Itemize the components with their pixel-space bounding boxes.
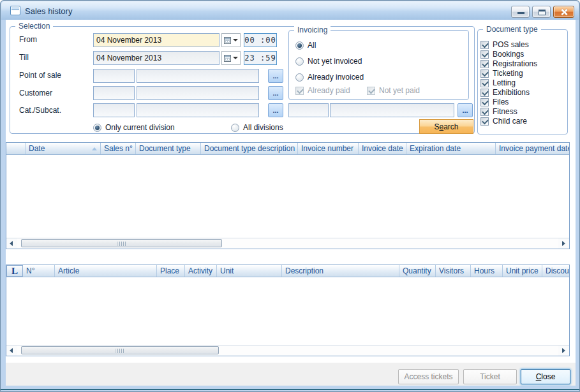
checkbox-icon — [480, 79, 489, 87]
radio-not-yet-invoiced[interactable]: Not yet invoiced — [295, 57, 362, 66]
detail-table-body[interactable] — [6, 277, 569, 345]
checkbox-ticketing[interactable]: Ticketing — [480, 69, 523, 78]
from-calendar-button[interactable] — [221, 33, 241, 47]
scroll-track[interactable] — [17, 345, 558, 356]
scroll-left-button[interactable] — [6, 238, 17, 249]
point-of-sale-code-field[interactable] — [93, 69, 135, 83]
ticket-button[interactable]: Ticket — [463, 369, 517, 384]
titlebar[interactable]: Sales history — [1, 1, 579, 20]
detail-table: L N° Article Place Activity Unit Descrip… — [6, 265, 570, 356]
column-header-document-type-description[interactable]: Document type description — [201, 143, 298, 154]
category-code-field[interactable] — [93, 103, 135, 117]
row-selector-column-header[interactable] — [6, 143, 26, 154]
checkbox-icon — [480, 50, 489, 59]
column-header-date[interactable]: Date — [26, 143, 101, 154]
point-of-sale-name-field[interactable] — [137, 69, 259, 83]
column-header-invoice-number[interactable]: Invoice number — [298, 143, 359, 154]
checkbox-bookings[interactable]: Bookings — [480, 50, 524, 59]
column-header-expiration-date[interactable]: Expiration date — [406, 143, 496, 154]
column-header-place[interactable]: Place — [157, 265, 185, 277]
point-of-sale-browse-button[interactable]: ... — [268, 69, 283, 83]
radio-icon — [231, 124, 239, 132]
document-type-legend: Document type — [483, 25, 541, 34]
close-icon — [560, 8, 568, 16]
access-tickets-button[interactable]: Access tickets — [398, 369, 459, 384]
checkbox-icon — [367, 87, 375, 95]
subcategory-code-field[interactable] — [288, 103, 329, 117]
radio-invoicing-all[interactable]: All — [295, 41, 316, 50]
till-calendar-button[interactable] — [221, 51, 241, 65]
column-header-sales-n[interactable]: Sales n° — [101, 143, 136, 154]
column-header-description[interactable]: Description — [282, 265, 399, 277]
category-browse-button[interactable]: ... — [268, 103, 283, 117]
radio-icon — [93, 124, 101, 132]
customer-browse-button[interactable]: ... — [268, 86, 283, 100]
maximize-button[interactable] — [532, 6, 551, 18]
radio-only-current-division[interactable]: Only current division — [93, 123, 175, 132]
scroll-track[interactable] — [17, 238, 558, 249]
checkbox-icon — [480, 89, 489, 97]
column-header-invoice-payment-date[interactable]: Invoice payment date — [496, 143, 570, 154]
maximize-icon — [539, 10, 546, 15]
till-time-field[interactable]: 23 :59 — [244, 51, 277, 65]
radio-all-divisions[interactable]: All divisions — [231, 123, 283, 132]
column-header-number[interactable]: N° — [23, 265, 55, 277]
radio-already-invoiced[interactable]: Already invoiced — [295, 73, 364, 82]
from-date-input[interactable] — [93, 33, 219, 47]
column-header-article[interactable]: Article — [55, 265, 157, 277]
scroll-thumb[interactable] — [21, 346, 219, 354]
column-header-hours[interactable]: Hours — [471, 265, 503, 277]
column-header-discount[interactable]: Discount — [542, 265, 570, 277]
sales-table-header: Date Sales n° Document type Document typ… — [6, 143, 569, 155]
till-label: Till — [19, 53, 29, 62]
column-header-quantity[interactable]: Quantity — [399, 265, 436, 277]
sales-history-window: Sales history Selection From Till Point … — [0, 0, 580, 392]
checkbox-not-yet-paid[interactable]: Not yet paid — [367, 86, 420, 95]
column-header-unit[interactable]: Unit — [217, 265, 282, 277]
checkbox-pos-sales[interactable]: POS sales — [480, 40, 529, 49]
column-header-visitors[interactable]: Visitors — [436, 265, 471, 277]
search-button[interactable]: Search — [419, 119, 473, 134]
from-label: From — [19, 35, 37, 44]
checkbox-icon — [480, 60, 489, 68]
customer-label: Customer — [19, 89, 52, 98]
close-window-button[interactable] — [553, 6, 574, 18]
column-header-document-type[interactable]: Document type — [136, 143, 201, 154]
detail-table-header: L N° Article Place Activity Unit Descrip… — [6, 265, 569, 277]
sales-table-body[interactable] — [6, 155, 569, 238]
selection-groupbox: Selection From Till Point of sale Custom… — [10, 26, 475, 134]
checkbox-icon — [480, 41, 489, 49]
subcategory-browse-button[interactable]: ... — [457, 103, 473, 117]
column-header-activity[interactable]: Activity — [185, 265, 217, 277]
checkbox-already-paid[interactable]: Already paid — [295, 86, 350, 95]
grip-icon — [117, 242, 126, 246]
checkbox-registrations[interactable]: Registrations — [480, 59, 537, 68]
column-header-invoice-date[interactable]: Invoice date — [359, 143, 406, 154]
minimize-button[interactable] — [511, 6, 530, 18]
subcategory-name-field[interactable] — [330, 103, 454, 117]
category-name-field[interactable] — [137, 103, 259, 117]
chevron-down-icon — [233, 39, 238, 41]
scroll-right-button[interactable] — [558, 238, 569, 249]
checkbox-icon — [295, 87, 304, 95]
checkbox-fitness[interactable]: Fitness — [480, 107, 517, 116]
window-controls — [511, 6, 574, 18]
from-time-field[interactable]: 00 :00 — [244, 33, 277, 47]
checkbox-exhibitions[interactable]: Exhibitions — [480, 88, 530, 97]
window-bottom-edge — [1, 389, 579, 390]
scroll-thumb[interactable] — [21, 239, 222, 247]
column-header-unit-price[interactable]: Unit price — [503, 265, 542, 277]
customer-name-field[interactable] — [137, 86, 259, 100]
invoicing-groupbox: Invoicing All Not yet invoiced Already i… — [288, 30, 469, 100]
grip-icon — [116, 349, 124, 353]
scroll-right-button[interactable] — [558, 345, 569, 356]
customer-code-field[interactable] — [93, 86, 135, 100]
till-date-input[interactable] — [93, 51, 219, 65]
close-button[interactable]: Close — [521, 369, 570, 384]
checkbox-child-care[interactable]: Child care — [480, 117, 527, 126]
scroll-left-button[interactable] — [6, 345, 17, 356]
column-header-line-flag[interactable]: L — [6, 265, 23, 277]
window-icon — [10, 6, 20, 15]
checkbox-files[interactable]: Files — [480, 98, 509, 106]
checkbox-letting[interactable]: Letting — [480, 78, 516, 87]
